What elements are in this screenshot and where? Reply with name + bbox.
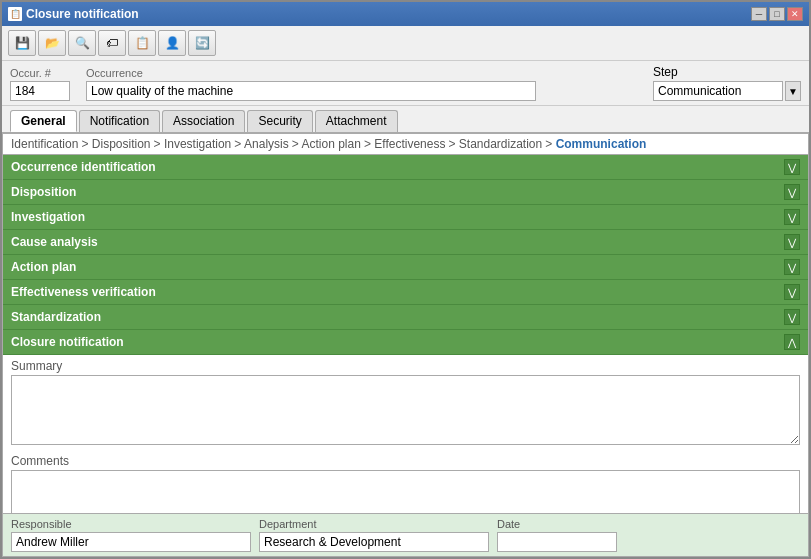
tab-association[interactable]: Association <box>162 110 245 132</box>
title-bar: 📋 Closure notification ─ □ ✕ <box>2 2 809 26</box>
closure-notification-content: Summary Comments <box>3 355 808 513</box>
date-input[interactable] <box>497 532 617 552</box>
breadcrumb-sep7: > <box>545 137 555 151</box>
department-label: Department <box>259 518 489 530</box>
section-effectiveness-verification[interactable]: Effectiveness verification ⋁ <box>3 280 808 305</box>
closure-notification-chevron: ⋀ <box>784 334 800 350</box>
toolbar: 💾 📂 🔍 🏷 📋 👤 🔄 <box>2 26 809 61</box>
section-occurrence-identification[interactable]: Occurrence identification ⋁ <box>3 155 808 180</box>
breadcrumb: Identification > Disposition > Investiga… <box>2 132 809 155</box>
step-scroll-button[interactable]: ▼ <box>785 81 801 101</box>
section-cause-analysis-title: Cause analysis <box>11 235 98 249</box>
breadcrumb-disposition: Disposition <box>92 137 151 151</box>
date-label: Date <box>497 518 617 530</box>
section-disposition[interactable]: Disposition ⋁ <box>3 180 808 205</box>
search-button[interactable]: 🔍 <box>68 30 96 56</box>
disposition-chevron: ⋁ <box>784 184 800 200</box>
section-effectiveness-verification-title: Effectiveness verification <box>11 285 156 299</box>
occur-num-field: Occur. # <box>10 67 70 101</box>
title-bar-left: 📋 Closure notification <box>8 7 139 21</box>
department-input[interactable] <box>259 532 489 552</box>
step-area: Step ▼ <box>653 65 801 101</box>
occurrence-field: Occurrence <box>86 67 536 101</box>
tab-notification[interactable]: Notification <box>79 110 160 132</box>
breadcrumb-investigation: Investigation <box>164 137 231 151</box>
main-content: Occurrence identification ⋁ Disposition … <box>2 155 809 557</box>
breadcrumb-sep5: > <box>364 137 374 151</box>
comments-label: Comments <box>11 454 800 468</box>
occurrence-input[interactable] <box>86 81 536 101</box>
window-icon: 📋 <box>8 7 22 21</box>
refresh-icon: 🔄 <box>195 36 210 50</box>
breadcrumb-standardization: Standardization <box>459 137 542 151</box>
section-investigation[interactable]: Investigation ⋁ <box>3 205 808 230</box>
open-icon: 📂 <box>45 36 60 50</box>
section-investigation-title: Investigation <box>11 210 85 224</box>
summary-area: Summary <box>11 359 800 448</box>
step-input[interactable] <box>653 81 783 101</box>
summary-textarea[interactable] <box>11 375 800 445</box>
attach-button[interactable]: 📋 <box>128 30 156 56</box>
breadcrumb-communication: Communication <box>556 137 647 151</box>
breadcrumb-sep6: > <box>448 137 458 151</box>
user-button[interactable]: 👤 <box>158 30 186 56</box>
breadcrumb-sep3: > <box>234 137 244 151</box>
section-closure-notification[interactable]: Closure notification ⋀ <box>3 330 808 355</box>
main-window: 📋 Closure notification ─ □ ✕ 💾 📂 🔍 🏷 📋 👤 <box>0 0 811 559</box>
occur-num-input[interactable] <box>10 81 70 101</box>
section-standardization-title: Standardization <box>11 310 101 324</box>
breadcrumb-sep2: > <box>154 137 164 151</box>
tab-security[interactable]: Security <box>247 110 312 132</box>
search-icon: 🔍 <box>75 36 90 50</box>
occurrence-label: Occurrence <box>86 67 536 79</box>
section-action-plan[interactable]: Action plan ⋁ <box>3 255 808 280</box>
breadcrumb-identification: Identification <box>11 137 78 151</box>
responsible-field: Responsible <box>11 518 251 552</box>
title-buttons: ─ □ ✕ <box>751 7 803 21</box>
section-occurrence-identification-title: Occurrence identification <box>11 160 156 174</box>
breadcrumb-sep1: > <box>81 137 91 151</box>
section-disposition-title: Disposition <box>11 185 76 199</box>
action-plan-chevron: ⋁ <box>784 259 800 275</box>
tabs-bar: General Notification Association Securit… <box>2 106 809 132</box>
close-button[interactable]: ✕ <box>787 7 803 21</box>
breadcrumb-action-plan: Action plan <box>301 137 360 151</box>
minimize-button[interactable]: ─ <box>751 7 767 21</box>
maximize-button[interactable]: □ <box>769 7 785 21</box>
tab-general[interactable]: General <box>10 110 77 132</box>
save-icon: 💾 <box>15 36 30 50</box>
breadcrumb-effectiveness: Effectiveness <box>374 137 445 151</box>
occurrence-identification-chevron: ⋁ <box>784 159 800 175</box>
sections-scroll[interactable]: Occurrence identification ⋁ Disposition … <box>3 155 808 513</box>
step-input-wrap: ▼ <box>653 81 801 101</box>
summary-label: Summary <box>11 359 800 373</box>
department-field: Department <box>259 518 489 552</box>
form-header: Occur. # Occurrence Step ▼ <box>2 61 809 106</box>
standardization-chevron: ⋁ <box>784 309 800 325</box>
occur-num-label: Occur. # <box>10 67 70 79</box>
sections-wrapper: Occurrence identification ⋁ Disposition … <box>3 155 808 513</box>
refresh-button[interactable]: 🔄 <box>188 30 216 56</box>
save-button[interactable]: 💾 <box>8 30 36 56</box>
comments-area: Comments <box>11 454 800 513</box>
tab-attachment[interactable]: Attachment <box>315 110 398 132</box>
section-closure-notification-title: Closure notification <box>11 335 124 349</box>
comments-textarea[interactable] <box>11 470 800 513</box>
user-icon: 👤 <box>165 36 180 50</box>
section-action-plan-title: Action plan <box>11 260 76 274</box>
section-standardization[interactable]: Standardization ⋁ <box>3 305 808 330</box>
tag-button[interactable]: 🏷 <box>98 30 126 56</box>
cause-analysis-chevron: ⋁ <box>784 234 800 250</box>
open-button[interactable]: 📂 <box>38 30 66 56</box>
breadcrumb-analysis: Analysis <box>244 137 289 151</box>
responsible-input[interactable] <box>11 532 251 552</box>
section-cause-analysis[interactable]: Cause analysis ⋁ <box>3 230 808 255</box>
step-label: Step <box>653 65 801 79</box>
window-title: Closure notification <box>26 7 139 21</box>
effectiveness-verification-chevron: ⋁ <box>784 284 800 300</box>
investigation-chevron: ⋁ <box>784 209 800 225</box>
bottom-fields: Responsible Department Date <box>3 513 808 556</box>
date-field: Date <box>497 518 617 552</box>
attach-icon: 📋 <box>135 36 150 50</box>
responsible-label: Responsible <box>11 518 251 530</box>
